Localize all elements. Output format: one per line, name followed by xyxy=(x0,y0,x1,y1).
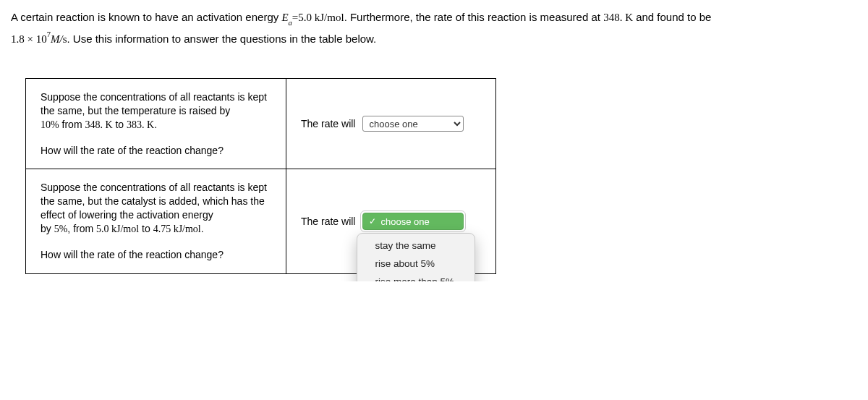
q2-selected-label: choose one xyxy=(380,216,429,227)
dropdown-option[interactable]: stay the same xyxy=(357,237,475,255)
q1-rate-select[interactable]: choose one xyxy=(362,116,464,132)
rate-coeff: 1.8 × 10 xyxy=(11,33,47,45)
q2-by: by xyxy=(41,223,54,234)
ea-value: 5.0 xyxy=(298,12,312,23)
q1-to: to xyxy=(113,119,127,130)
q1-from: from xyxy=(59,119,85,130)
q1-line1: Suppose the concentrations of all reacta… xyxy=(41,91,267,116)
check-icon: ✓ xyxy=(369,216,376,226)
temp-initial: 348. K xyxy=(603,12,633,23)
q2-unit2: kJ/mol xyxy=(171,224,201,234)
q2-percent: 5% xyxy=(54,224,68,234)
q2-line1: Suppose the concentrations of all reacta… xyxy=(41,182,267,221)
rate-exp: 7 xyxy=(47,30,51,38)
dropdown-option[interactable]: rise more than 5% xyxy=(357,273,475,281)
problem-statement: A certain reaction is known to have an a… xyxy=(11,7,857,49)
ea-equals: = xyxy=(292,12,298,23)
q2-line3: How will the rate of the reaction change… xyxy=(41,249,224,260)
q2-ea2: 4.75 xyxy=(153,224,171,234)
dropdown-option[interactable]: rise about 5% xyxy=(357,255,475,273)
question-2-cell: Suppose the concentrations of all reacta… xyxy=(26,169,286,273)
intro-text-3: and found to be xyxy=(633,11,711,23)
rate-unit-italic: M/ xyxy=(51,33,63,45)
question-1-cell: Suppose the concentrations of all reacta… xyxy=(26,78,286,169)
q1-percent: 10% xyxy=(41,119,59,130)
q2-answer-prefix: The rate will xyxy=(301,216,355,227)
ea-variable: E xyxy=(281,12,288,23)
answer-2-cell: The rate will ✓ choose one stay the same… xyxy=(286,169,496,273)
q1-answer-prefix: The rate will xyxy=(301,118,355,129)
answer-1-cell: The rate will choose one xyxy=(286,78,496,169)
q1-dot: . xyxy=(154,119,157,130)
q1-t2: 383. K xyxy=(127,119,154,130)
q2-to: to xyxy=(139,223,153,234)
q2-dropdown-popup: stay the same rise about 5% rise more th… xyxy=(357,233,475,281)
ea-unit: kJ/mol xyxy=(312,12,344,23)
q2-unit1: kJ/mol xyxy=(109,224,140,234)
table-row: Suppose the concentrations of all reacta… xyxy=(26,169,496,273)
q2-dot: . xyxy=(201,223,204,234)
question-table: Suppose the concentrations of all reacta… xyxy=(25,78,496,274)
q2-rate-select[interactable]: ✓ choose one xyxy=(362,213,464,230)
q2-from: , from xyxy=(67,223,96,234)
intro-text-4: . Use this information to answer the que… xyxy=(67,33,376,45)
intro-text-2: . Furthermore, the rate of this reaction… xyxy=(344,11,604,23)
q1-line3: How will the rate of the reaction change… xyxy=(41,145,224,156)
q2-select-wrap: ✓ choose one stay the same rise about 5%… xyxy=(362,213,464,230)
intro-text: A certain reaction is known to have an a… xyxy=(11,11,281,23)
q2-ea1: 5.0 xyxy=(96,224,109,234)
table-row: Suppose the concentrations of all reacta… xyxy=(26,78,496,169)
q1-t1: 348. K xyxy=(85,119,112,130)
ea-subscript: a xyxy=(289,19,292,27)
